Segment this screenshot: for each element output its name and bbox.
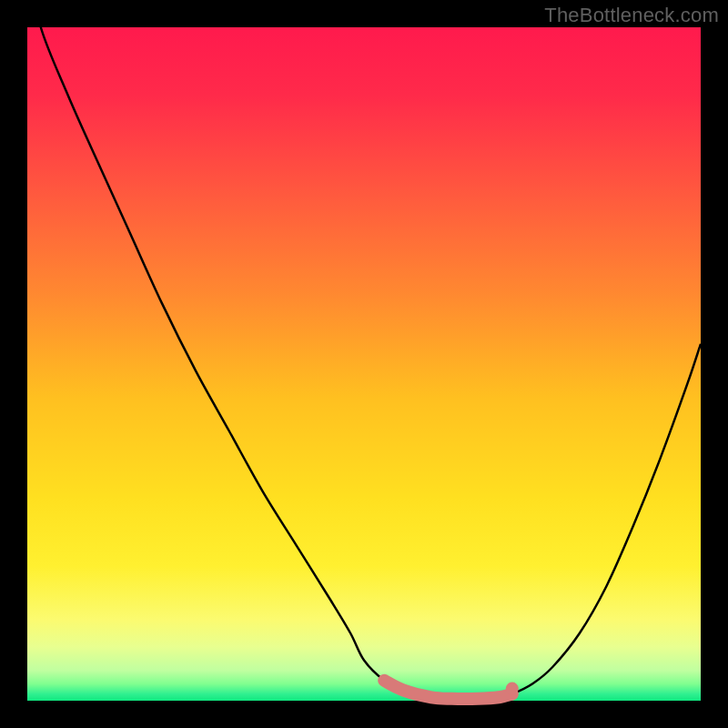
watermark-text: TheBottleneck.com	[544, 4, 719, 27]
chart-frame: { "watermark": "TheBottleneck.com", "col…	[0, 0, 728, 728]
bottleneck-chart	[0, 0, 728, 728]
sweet-spot-marker	[506, 682, 519, 695]
